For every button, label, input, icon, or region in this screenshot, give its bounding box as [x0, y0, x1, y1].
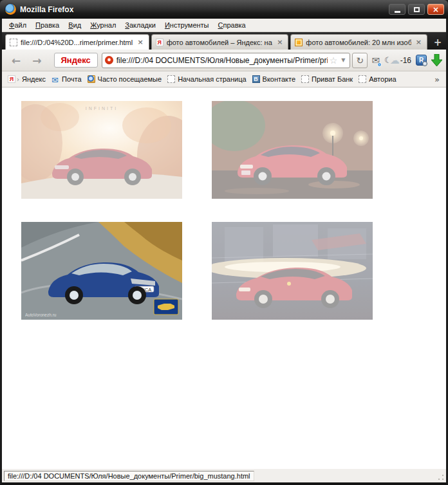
yandex-images-favicon: [295, 39, 303, 46]
tab-strip: file:///D:/04%20D...rimer/primer.html × …: [2, 32, 446, 50]
menu-file[interactable]: Файл: [5, 19, 31, 31]
blocked-plugin-icon[interactable]: R: [416, 55, 427, 66]
bookmark-label: Яндекс: [22, 75, 46, 83]
menu-edit[interactable]: Правка: [31, 19, 64, 31]
page-content: INFINITI: [2, 87, 446, 469]
menu-history[interactable]: Журнал: [86, 19, 120, 31]
tab-title: фото автомобилей – Яндекс: наш...: [167, 39, 272, 46]
cloud-icon: ☁: [390, 55, 400, 66]
bookmark-yandex[interactable]: Я › Яндекс: [6, 74, 50, 84]
watermark-text: AutoVoronezh.ru: [25, 313, 57, 317]
tab-close-icon[interactable]: ×: [415, 38, 423, 46]
bookmark-most-visited[interactable]: Часто посещаемые: [86, 74, 166, 84]
infiniti-logo-text: INFINITI: [86, 106, 118, 111]
image-link-chevrolet-epica[interactable]: EPICA AutoVoronezh.ru: [21, 222, 182, 320]
tab-close-icon[interactable]: ×: [275, 38, 284, 46]
car-photo-ferrari-night: [212, 222, 373, 320]
bookmarks-toolbar: Я › Яндекс ✉ Почта Часто посещаемые Нача…: [2, 71, 446, 87]
mail-badge: [377, 62, 382, 67]
menu-tools[interactable]: Инструменты: [160, 19, 214, 31]
bookmark-star-icon[interactable]: ☆: [328, 55, 340, 66]
menu-bookmarks[interactable]: Закладки: [120, 19, 160, 31]
tab-yandex-images[interactable]: фото автомобилей: 20 млн изобр... ×: [290, 34, 427, 50]
weather-widget[interactable]: ☾ ☁ -16: [384, 55, 411, 66]
tab-title: фото автомобилей: 20 млн изобр...: [306, 39, 411, 46]
status-link-text: file:///D:/04 DOCUMENTS/Юля/Новые_докуме…: [4, 471, 254, 481]
image-link-coupe-night[interactable]: [212, 101, 373, 199]
folder-search-icon: [88, 75, 95, 83]
bookmark-label: Часто посещаемые: [98, 75, 162, 83]
window-frame: Файл Правка Вид Журнал Закладки Инструме…: [0, 19, 448, 485]
navigation-toolbar: ← → Яндекс file:///D:/04 DOCUMENTS/Юля/Н…: [2, 50, 446, 71]
address-input[interactable]: file:///D:/04 DOCUMENTS/Юля/Новые_докуме…: [117, 56, 328, 65]
yandex-icon: Я: [8, 75, 15, 83]
yandex-search-button[interactable]: Яндекс: [54, 53, 98, 68]
bookmark-label: Вконтакте: [263, 75, 295, 83]
bookmark-label: Начальная страница: [178, 75, 246, 83]
history-dropdown-icon[interactable]: ▼: [339, 57, 347, 63]
resize-grip[interactable]: [438, 474, 444, 480]
bookmarks-overflow-icon[interactable]: »: [432, 75, 442, 84]
vk-icon: B: [252, 75, 260, 83]
yandex-favicon: Я: [156, 39, 163, 46]
browser-window: Mozilla Firefox × Файл Правка Вид Журнал…: [0, 0, 448, 485]
maximize-icon: [414, 7, 420, 12]
status-bar: file:///D:/04 DOCUMENTS/Юля/Новые_докуме…: [2, 469, 446, 482]
bookmark-vkontakte[interactable]: B Вконтакте: [250, 74, 299, 84]
mail-envelope-icon: ✉: [51, 75, 59, 83]
car-photo-infiniti-autumn: INFINITI: [21, 101, 182, 199]
image-link-ferrari-night[interactable]: [212, 222, 373, 320]
tab-title: file:///D:/04%20D...rimer/primer.html: [21, 39, 133, 46]
tab-yandex-search[interactable]: Я фото автомобилей – Яндекс: наш... ×: [151, 34, 289, 50]
chevrolet-badge: [154, 299, 178, 315]
bookmark-label: Авториа: [369, 75, 396, 83]
mail-notifier-icon[interactable]: ✉: [371, 55, 380, 66]
back-icon[interactable]: ←: [6, 54, 26, 67]
menu-bar: Файл Правка Вид Журнал Закладки Инструме…: [2, 19, 446, 32]
title-bar[interactable]: Mozilla Firefox ×: [0, 0, 448, 19]
blank-favicon: [301, 75, 309, 83]
bookmark-avtoria[interactable]: Авториа: [357, 74, 400, 84]
window-title: Mozilla Firefox: [20, 5, 386, 14]
blank-favicon: [359, 75, 366, 83]
image-link-infiniti-autumn[interactable]: INFINITI: [21, 101, 182, 199]
bookmark-mail[interactable]: ✉ Почта: [50, 74, 86, 84]
temperature-label: -16: [400, 56, 411, 65]
image-grid: INFINITI: [2, 87, 446, 320]
bookmark-start-page[interactable]: Начальная страница: [165, 74, 250, 84]
car-photo-chevrolet-epica: EPICA AutoVoronezh.ru: [21, 222, 182, 320]
menu-help[interactable]: Справка: [214, 19, 250, 31]
blank-favicon: [167, 75, 175, 83]
plugin-badge: [422, 61, 427, 66]
tab-close-icon[interactable]: ×: [136, 38, 144, 46]
bookmark-label: Приват Банк: [312, 75, 353, 83]
forward-icon[interactable]: →: [26, 54, 47, 67]
menu-view[interactable]: Вид: [64, 19, 86, 31]
bookmark-privat-bank[interactable]: Приват Банк: [299, 74, 357, 84]
minimize-button[interactable]: [389, 4, 406, 15]
new-tab-button[interactable]: +: [431, 35, 445, 50]
firefox-icon: [5, 4, 16, 15]
reload-button[interactable]: ↻: [352, 53, 368, 68]
blank-page-icon: [10, 39, 17, 46]
tab-primer-local-file[interactable]: file:///D:/04%20D...rimer/primer.html ×: [5, 34, 149, 50]
bookmark-label: Почта: [62, 75, 82, 83]
address-bar[interactable]: file:///D:/04 DOCUMENTS/Юля/Новые_докуме…: [102, 53, 351, 68]
download-arrow-icon[interactable]: [431, 54, 442, 66]
toolbar-extensions: ✉ ☾ ☁ -16 R: [371, 54, 442, 66]
close-button[interactable]: ×: [427, 4, 444, 15]
maximize-button[interactable]: [408, 4, 425, 15]
page-favicon: [105, 56, 113, 64]
chevron-right-icon: ›: [17, 76, 19, 83]
car-photo-coupe-night: [212, 101, 373, 199]
minimize-icon: [395, 11, 400, 13]
